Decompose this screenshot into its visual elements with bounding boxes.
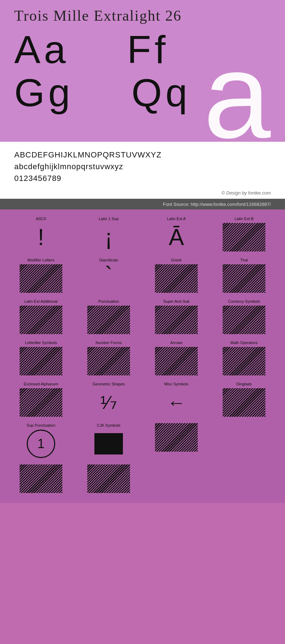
hatch-block (20, 264, 62, 293)
charmap-cell: Thai (210, 254, 278, 296)
cell-content (155, 347, 198, 375)
font-title: Trois Mille Extralight 26 (14, 7, 271, 24)
cell-label: Diacriticals (99, 258, 118, 262)
hatch-block (223, 223, 265, 251)
letter-pairs: Aa Ff Gg Qq (14, 28, 191, 114)
charmap-cell: Geometric Shapes¹⁄₇ (75, 378, 142, 420)
charmap-cell: Misc Symbols← (142, 378, 210, 420)
charmap-cell (142, 420, 210, 461)
cell-content (20, 264, 62, 293)
hatch-block (87, 347, 130, 375)
circled-one-glyph: 1 (27, 430, 55, 458)
cell-content (20, 464, 62, 493)
cell-label: ASCII (36, 217, 46, 221)
cell-content: Ā (155, 223, 198, 251)
cell-content: ! (20, 223, 62, 251)
charmap-grid: ASCII!Latin 1 Sup¡Latin Ext AĀLatin Ext … (7, 213, 278, 496)
cell-label: Latin Ext A (167, 217, 186, 221)
charmap-cell (7, 461, 75, 496)
hatch-block (155, 423, 198, 452)
cell-content (87, 306, 130, 334)
cell-label: Modifier Letters (27, 258, 55, 262)
cell-label: Math Operators (230, 341, 258, 345)
cell-content (155, 306, 198, 334)
cell-label: Misc Symbols (164, 382, 188, 386)
hatch-block (87, 306, 130, 334)
charmap-cell (210, 461, 278, 496)
cell-content (155, 423, 198, 452)
cell-label: Sup Punctuation (27, 423, 56, 427)
cell-label: Number Forms (95, 341, 121, 345)
black-rect-glyph (94, 433, 123, 455)
source-bar: Font Source: http://www.fontke.com/font/… (0, 199, 285, 209)
cell-content: ` (87, 264, 130, 293)
charmap-cell (75, 461, 142, 496)
cell-content: ¡ (87, 223, 130, 251)
cell-content (87, 464, 130, 493)
charmap-cell (142, 461, 210, 496)
charmap-cell (210, 420, 278, 461)
charmap-cell: Dingbats (210, 378, 278, 420)
cell-label: Punctuation (98, 299, 119, 303)
cell-label: Latin 1 Sup (99, 217, 119, 221)
char-glyph: ! (38, 226, 44, 249)
hatch-block (20, 388, 62, 417)
char-glyph: ¡ (105, 226, 112, 249)
cell-label: Geometric Shapes (92, 382, 125, 386)
cell-content (87, 430, 130, 458)
cell-label: Letterlike Symbols (25, 341, 57, 345)
letter-pair-1: Aa Ff (14, 28, 191, 71)
hatch-block (155, 306, 198, 334)
cell-content (20, 347, 62, 375)
charmap-cell: Greek (142, 254, 210, 296)
cell-content: 1 (20, 430, 62, 458)
cell-label: Currency Symbols (228, 299, 260, 303)
cell-label: Dingbats (236, 382, 252, 386)
charmap-cell: Enclosed Alphanum (7, 378, 75, 420)
letter-showcase: Aa Ff Gg Qq a (14, 28, 271, 142)
charmap-cell: CJK Symbols (75, 420, 142, 461)
cell-label: Arrows (170, 341, 182, 345)
charmap-cell: Currency Symbols (210, 296, 278, 337)
cell-label: Enclosed Alphanum (24, 382, 58, 386)
hatch-block (155, 264, 198, 293)
cell-content (20, 388, 62, 417)
charmap-section: ASCII!Latin 1 Sup¡Latin Ext AĀLatin Ext … (0, 209, 285, 503)
cell-label: Latin Ext Additional (24, 299, 58, 303)
charmap-cell: Super And Sub (142, 296, 210, 337)
cell-content (223, 388, 265, 417)
design-credit: © Design by fontke.com (222, 190, 271, 196)
cell-content (155, 264, 198, 293)
cell-content (223, 223, 265, 251)
cell-label: Thai (240, 258, 248, 262)
hatch-block (223, 347, 265, 375)
charmap-cell: Modifier Letters (7, 254, 75, 296)
credits-section: © Design by fontke.com (0, 188, 285, 199)
char-glyph: Ā (169, 226, 184, 249)
hatch-block (20, 347, 62, 375)
hatch-block (223, 306, 265, 334)
cell-content (223, 264, 265, 293)
cell-content: ← (155, 388, 198, 417)
hatch-block (20, 306, 62, 334)
charmap-cell: Arrows (142, 337, 210, 378)
charmap-cell: ASCII! (7, 213, 75, 254)
hatch-block (87, 464, 130, 493)
hatch-block (223, 264, 265, 293)
top-section: Trois Mille Extralight 26 Aa Ff Gg Qq a (0, 0, 285, 142)
charmap-cell: Letterlike Symbols (7, 337, 75, 378)
cell-label: Super And Sub (163, 299, 190, 303)
digits: 0123456789 (14, 172, 271, 184)
fraction-glyph: ¹⁄₇ (100, 392, 117, 413)
big-letter-a: a (203, 35, 271, 156)
letter-pair-2: Gg Qq (14, 71, 191, 114)
hatch-block (223, 388, 265, 417)
cell-content: ¹⁄₇ (87, 388, 130, 417)
charmap-cell: Punctuation (75, 296, 142, 337)
hatch-block (155, 347, 198, 375)
charmap-cell: Latin Ext B (210, 213, 278, 254)
hatch-block (20, 464, 62, 493)
source-text: Font Source: http://www.fontke.com/font/… (163, 202, 271, 207)
backtick-glyph: ` (105, 264, 112, 288)
charmap-cell: Math Operators (210, 337, 278, 378)
